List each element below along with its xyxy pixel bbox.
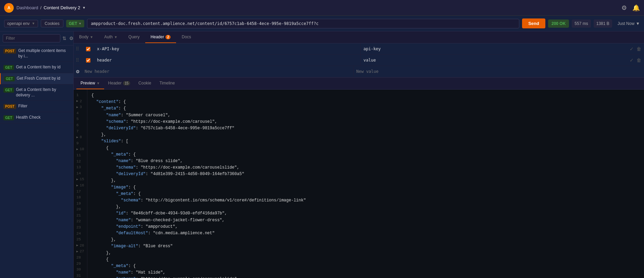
header-value-0 <box>360 43 627 54</box>
tab-body[interactable]: Body ▼ <box>74 31 99 43</box>
header-delete-0[interactable]: 🗑 <box>636 45 642 52</box>
code-line-11: "name": "Blue dress slide", <box>87 158 644 164</box>
url-input[interactable] <box>87 19 519 28</box>
app-logo: A <box>4 3 14 13</box>
filter-input[interactable] <box>3 34 60 42</box>
sidebar-items: POST Get multiple content items by i... … <box>0 45 73 278</box>
sidebar-item-5[interactable]: GET Health Check <box>0 112 73 123</box>
code-line-13: "deliveryId": "4d81e399-2415-4d50-8049-1… <box>87 171 644 177</box>
line-num-5: 5 <box>74 116 87 122</box>
drag-handle-1[interactable]: ⠿ <box>74 55 82 66</box>
headers-section: ⠿ ✓ 🗑 ⠿ <box>74 43 644 78</box>
method-tag-get-3: GET <box>3 88 14 93</box>
code-line-9: { <box>87 145 644 151</box>
code-line-17: "schema": "http://bigcontent.io/cms/sche… <box>87 197 644 204</box>
gear-icon[interactable]: ⚙ <box>74 66 82 77</box>
method-tag-get-1: GET <box>3 65 14 70</box>
code-line-24: "image-alt": "Blue dress" <box>87 243 644 250</box>
header-checkbox-1[interactable] <box>82 58 94 63</box>
line-num-18: 18 <box>74 195 87 201</box>
line-num-19: 19 <box>74 201 87 207</box>
code-line-14: }, <box>87 177 644 184</box>
code-line-18: }, <box>87 204 644 210</box>
line-num-30: 30 <box>74 267 87 273</box>
header-key-input-0[interactable] <box>94 43 360 54</box>
send-button[interactable]: Send <box>522 18 545 28</box>
tab-docs[interactable]: Docs <box>176 31 196 43</box>
breadcrumb-sep: / <box>40 5 42 10</box>
settings-icon[interactable]: ⚙ <box>621 4 627 12</box>
main-area: ⇅ ⚙ ⋮ POST Get multiple content items by… <box>0 31 644 278</box>
line-num-25: 25 <box>74 237 87 243</box>
header-row-0: ⠿ ✓ 🗑 <box>74 43 644 55</box>
header-check-action-0[interactable]: ✓ <box>629 45 634 52</box>
sidebar-item-4[interactable]: POST Filter <box>0 101 73 112</box>
code-line-27: "_meta": { <box>87 263 644 269</box>
item-label-5: Health Check <box>16 115 41 120</box>
line-num-16: ▶16 <box>74 183 87 189</box>
response-tab-preview[interactable]: Preview ▼ <box>76 78 104 89</box>
method-tag-get-2: GET <box>4 76 15 81</box>
tab-header[interactable]: Header 2 <box>145 31 176 43</box>
response-time: 557 ms <box>572 19 591 28</box>
code-line-29: "schema": "https://doc-example.com/carou… <box>87 276 644 278</box>
line-num-2: ▶2 <box>74 98 87 105</box>
sidebar: ⇅ ⚙ ⋮ POST Get multiple content items by… <box>0 31 74 278</box>
code-line-16: "_meta": { <box>87 191 644 197</box>
method-tag-get-5: GET <box>3 115 14 120</box>
item-label-3: Get a Content Item by delivery ... <box>16 87 70 98</box>
line-num-26: ▶26 <box>74 243 87 249</box>
tab-query[interactable]: Query <box>123 31 145 43</box>
filter-sort-icon[interactable]: ⇅ <box>62 35 67 42</box>
sidebar-item-1[interactable]: GET Get a Content Item by id <box>0 62 73 73</box>
timestamp[interactable]: Just Now ▼ <box>618 21 640 26</box>
header-delete-1[interactable]: 🗑 <box>636 57 642 64</box>
code-area: 1▶2▶34567▶89▶1011121314▶15▶1617181920212… <box>74 90 644 278</box>
header-value-1 <box>360 55 627 66</box>
header-val-input-0[interactable] <box>361 43 627 54</box>
code-line-25: }, <box>87 250 644 256</box>
item-label-0: Get multiple content items by i... <box>18 48 70 59</box>
line-num-24: 24 <box>74 231 87 237</box>
line-num-10: ▶10 <box>74 146 87 153</box>
header-checkbox-0[interactable] <box>82 47 94 51</box>
response-tab-timeline[interactable]: Timeline <box>155 78 179 89</box>
line-num-7: 7 <box>74 129 87 135</box>
sidebar-item-0[interactable]: POST Get multiple content items by i... <box>0 45 73 62</box>
header-check-action-1[interactable]: ✓ <box>629 57 634 64</box>
line-num-3: ▶3 <box>74 104 87 110</box>
new-header-value <box>353 66 625 77</box>
request-tabs: Body ▼ Auth ▼ Query Header 2 Docs <box>74 31 644 43</box>
line-num-31: 31 <box>74 273 87 278</box>
sidebar-item-3[interactable]: GET Get a Content Item by delivery ... <box>0 84 73 101</box>
header-row-1: ⠿ ✓ 🗑 <box>74 55 644 66</box>
response-tab-header[interactable]: Header 15 <box>104 78 134 89</box>
response-tab-cookie[interactable]: Cookie <box>134 78 155 89</box>
line-num-1: 1 <box>74 92 87 98</box>
new-header-key <box>82 66 353 77</box>
line-num-22: 22 <box>74 219 87 225</box>
line-num-11: 11 <box>74 153 87 159</box>
header-key-input-1[interactable] <box>94 55 360 66</box>
breadcrumb-current: Content Delivery 2 <box>44 5 80 10</box>
line-num-9: 9 <box>74 141 87 147</box>
env-selector[interactable]: openapi env ▼ <box>4 20 38 27</box>
sidebar-item-2[interactable]: GET Get Fresh Content by id <box>0 73 73 84</box>
right-panel: Body ▼ Auth ▼ Query Header 2 Docs ⠿ <box>74 31 644 278</box>
new-header-key-input[interactable] <box>82 66 353 77</box>
drag-handle-0[interactable]: ⠿ <box>74 43 82 54</box>
line-num-12: 12 <box>74 159 87 165</box>
line-numbers: 1▶2▶34567▶89▶1011121314▶15▶1617181920212… <box>74 90 87 278</box>
line-num-20: 20 <box>74 207 87 213</box>
breadcrumb-dropdown[interactable]: ▼ <box>82 6 86 10</box>
method-selector[interactable]: GET ▼ <box>66 20 85 27</box>
breadcrumb-root[interactable]: Dashboard <box>16 5 38 10</box>
new-header-val-input[interactable] <box>354 66 625 77</box>
bell-icon[interactable]: 🔔 <box>632 4 640 12</box>
tab-auth[interactable]: Auth ▼ <box>99 31 123 43</box>
cookies-button[interactable]: Cookies <box>41 19 63 27</box>
header-val-input-1[interactable] <box>361 55 627 66</box>
code-line-26: { <box>87 256 644 263</box>
line-num-14: 14 <box>74 171 87 177</box>
header-key-1 <box>94 55 360 66</box>
